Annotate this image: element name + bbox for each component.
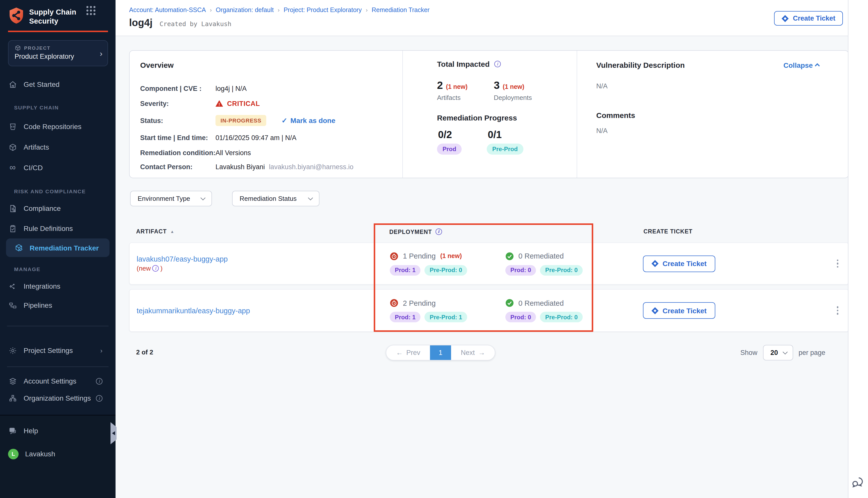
severity-label: Severity: [140, 96, 216, 111]
preprod-progress-value: 0/1 [488, 129, 523, 141]
sidebar-item-project-settings[interactable]: Project Settings › [8, 342, 109, 358]
page-1-button[interactable]: 1 [430, 345, 451, 360]
total-impacted-section: Total Impacted i 2(1 new) Artifacts 3(1 … [402, 51, 576, 178]
project-name: Product Exploratory [15, 53, 103, 60]
sidebar-item-code-repositories[interactable]: Code Repositories [8, 118, 109, 134]
arrow-right-icon: → [478, 349, 485, 356]
code-repo-icon [8, 122, 17, 131]
pending-count: 2 Pending [403, 299, 436, 307]
sidebar-item-compliance[interactable]: Compliance [8, 200, 109, 217]
sidebar-divider [7, 326, 108, 326]
preprod-count-badge: Pre-Prod: 0 [540, 265, 583, 275]
page-title: log4j [129, 17, 153, 29]
vulnerability-heading: Vulnerability Description [596, 61, 685, 69]
page-size-select[interactable]: 20 [763, 345, 793, 361]
document-search-icon [8, 204, 17, 213]
breadcrumb: Account: Automation-SSCA › Organization:… [129, 6, 429, 14]
page-subtitle: Created by Lavakush [159, 20, 231, 28]
user-menu[interactable]: L Lavakush [8, 446, 109, 462]
remediation-status-filter[interactable]: Remediation Status [232, 191, 320, 206]
user-name: Lavakush [25, 450, 55, 458]
info-icon[interactable]: i [436, 228, 442, 235]
avatar: L [8, 448, 18, 459]
pending-count: 1 Pending [403, 252, 436, 260]
comments-heading: Comments [596, 111, 820, 119]
prod-count-badge: Prod: 1 [390, 265, 421, 275]
overview-heading: Overview [140, 61, 402, 69]
section-supply-chain: SUPPLY CHAIN [14, 104, 59, 110]
cube-tag-icon [14, 243, 23, 252]
project-selector[interactable]: PROJECT Product Exploratory › [8, 40, 108, 66]
preprod-badge: Pre-Prod [487, 144, 523, 155]
pagination-summary: 2 of 2 [136, 349, 153, 356]
sidebar-divider [7, 366, 108, 367]
prod-count-badge: Prod: 0 [505, 265, 536, 275]
prev-page-button[interactable]: ← Prev [386, 345, 430, 360]
section-manage: MANAGE [14, 266, 40, 272]
prod-count-badge: Prod: 1 [390, 312, 421, 322]
preprod-count-badge: Pre-Prod: 0 [540, 312, 583, 322]
environment-type-filter[interactable]: Environment Type [130, 191, 212, 206]
column-header-create-ticket: CREATE TICKET [644, 228, 692, 234]
breadcrumb-remediation-tracker[interactable]: Remediation Tracker [372, 6, 430, 14]
show-label: Show [740, 349, 757, 356]
create-ticket-button[interactable]: Create Ticket [643, 255, 715, 272]
collapse-link[interactable]: Collapse [783, 61, 820, 69]
breadcrumb-organization[interactable]: Organization: default [216, 6, 274, 14]
svg-text:?: ? [11, 428, 13, 432]
sidebar-item-cicd[interactable]: ∞ CI/CD [8, 160, 109, 176]
breadcrumb-separator-icon: › [278, 7, 280, 13]
breadcrumb-separator-icon: › [210, 7, 212, 13]
row-menu-kebab-icon[interactable] [834, 258, 840, 270]
info-icon[interactable]: i [494, 61, 501, 67]
sidebar-item-rule-definitions[interactable]: Rule Definitions [8, 220, 109, 236]
support-chat-icon[interactable] [851, 476, 864, 491]
cube-icon [15, 45, 21, 51]
app-switcher-icon[interactable] [87, 6, 96, 16]
org-settings-icon [8, 394, 17, 403]
section-risk-compliance: RISK AND COMPLIANCE [14, 188, 86, 194]
vulnerability-body: N/A [596, 82, 820, 90]
overview-card: Overview Component | CVE : log4j | N/A S… [129, 50, 849, 178]
breadcrumb-separator-icon: › [366, 7, 367, 13]
app-root: Supply Chain Security PROJECT Product Ex… [0, 0, 868, 498]
sidebar-item-pipelines[interactable]: Pipelines [8, 297, 109, 313]
impacted-artifacts-new: (1 new) [446, 83, 467, 90]
layers-icon [8, 377, 17, 385]
artifact-new-indicator: (new i ) [137, 265, 390, 272]
total-impacted-heading: Total Impacted [437, 60, 490, 68]
overview-section: Overview Component | CVE : log4j | N/A S… [130, 51, 402, 178]
info-icon[interactable]: i [152, 265, 159, 272]
breadcrumb-account[interactable]: Account: Automation-SSCA [129, 6, 206, 14]
topbar: Account: Automation-SSCA › Organization:… [116, 0, 848, 36]
contact-email: lavakush.biyani@harness.io [269, 163, 354, 170]
sidebar-item-organization-settings[interactable]: Organization Settings i [8, 390, 109, 406]
contact-name: Lavakush Biyani [216, 163, 265, 170]
mark-as-done-link[interactable]: ✓ Mark as done [282, 117, 335, 124]
artifact-link[interactable]: tejakummarikuntla/easy-buggy-app [137, 306, 390, 315]
impacted-deployments-count: 3 [494, 79, 500, 91]
breadcrumb-project[interactable]: Project: Product Exploratory [284, 6, 362, 14]
sidebar-item-get-started[interactable]: Get Started [8, 76, 109, 92]
right-rail [848, 0, 868, 498]
help-chat-icon: ? [8, 426, 17, 435]
vulnerability-section: Vulnerability Description Collapse N/A C… [576, 51, 848, 178]
row-menu-kebab-icon[interactable] [834, 304, 840, 317]
sidebar-item-artifacts[interactable]: Artifacts [8, 139, 109, 155]
artifact-cell: lavakush07/easy-buggy-app (new i ) [137, 255, 390, 272]
check-icon: ✓ [282, 117, 287, 124]
column-header-artifact[interactable]: ARTIFACT ▲ [136, 228, 174, 234]
create-ticket-button[interactable]: Create Ticket [643, 302, 715, 319]
contact-label: Contact Person: [140, 160, 216, 174]
sort-ascending-icon: ▲ [170, 229, 174, 234]
sidebar-item-help[interactable]: ? Help [8, 423, 109, 439]
artifact-link[interactable]: lavakush07/easy-buggy-app [137, 255, 390, 263]
next-page-button[interactable]: Next → [451, 345, 495, 360]
sidebar-item-account-settings[interactable]: Account Settings i [8, 373, 109, 389]
create-ticket-button[interactable]: Create Ticket [774, 11, 843, 26]
remediated-check-icon [505, 252, 514, 260]
sidebar-item-integrations[interactable]: Integrations [8, 278, 109, 294]
status-label: Status: [140, 111, 216, 130]
home-icon [8, 80, 17, 89]
sidebar-item-remediation-tracker[interactable]: Remediation Tracker [6, 238, 109, 257]
